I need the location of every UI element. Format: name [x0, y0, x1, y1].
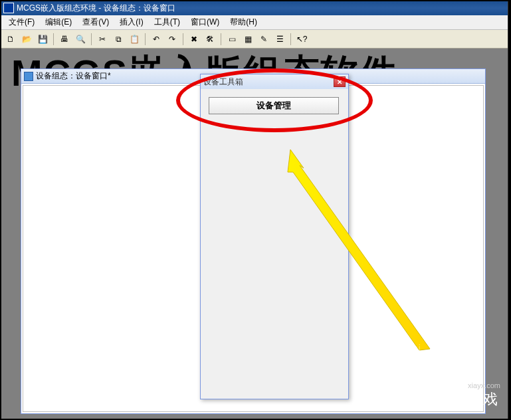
watermark-main2: 游戏 — [466, 389, 500, 409]
undo-icon[interactable]: ↶ — [149, 32, 163, 47]
main-window: MCGS嵌入版组态环境 - 设备组态：设备窗口 文件(F) 编辑(E) 查看(V… — [0, 0, 508, 420]
toolbar-separator — [145, 33, 146, 45]
toolbar-separator — [53, 33, 54, 45]
menu-edit[interactable]: 编辑(E) — [40, 15, 77, 29]
new-icon[interactable]: 🗋 — [3, 32, 18, 47]
copy-icon[interactable]: ⧉ — [111, 32, 126, 47]
tools-icon[interactable]: ✖ — [187, 32, 201, 47]
device-management-button[interactable]: 设备管理 — [209, 97, 339, 114]
watermark: Bai 经验 jingyan.baidu.com 侠 xiayx.com 游戏 — [435, 377, 500, 409]
props-icon[interactable]: ✎ — [256, 32, 271, 47]
child-window-title: 设备组态：设备窗口* — [36, 70, 111, 82]
toolbox-title: 设备工具箱 — [203, 76, 334, 88]
settings-icon[interactable]: 🛠 — [203, 32, 217, 47]
device-toolbox-window: 设备工具箱 ✕ 设备管理 — [200, 74, 349, 399]
menubar: 文件(F) 编辑(E) 查看(V) 插入(I) 工具(T) 窗口(W) 帮助(H… — [1, 15, 508, 30]
redo-icon[interactable]: ↷ — [165, 32, 179, 47]
grid-icon[interactable]: ▦ — [241, 32, 255, 47]
toolbox-titlebar[interactable]: 设备工具箱 ✕ — [201, 74, 348, 89]
cut-icon[interactable]: ✂ — [95, 32, 110, 47]
toolbar: 🗋📂💾🖶🔍✂⧉📋↶↷✖🛠▭▦✎☰↖? — [1, 30, 508, 49]
save-icon[interactable]: 💾 — [35, 32, 50, 47]
toolbox-content: 设备管理 — [201, 89, 348, 122]
child-window-icon — [24, 72, 33, 81]
print-icon[interactable]: 🖶 — [57, 32, 72, 47]
main-titlebar: MCGS嵌入版组态环境 - 设备组态：设备窗口 — [1, 1, 508, 15]
watermark-baidu: Bai 经验 — [405, 343, 421, 383]
print-preview-icon[interactable]: 🔍 — [73, 32, 88, 47]
toolbar-separator — [290, 33, 291, 45]
menu-tools[interactable]: 工具(T) — [149, 15, 185, 29]
menu-help[interactable]: 帮助(H) — [225, 15, 262, 29]
close-icon[interactable]: ✕ — [334, 76, 346, 87]
workspace: MCGS嵌入版组态软件 设备组态：设备窗口* 设备工具箱 ✕ 设备管理 — [1, 49, 508, 419]
list-icon[interactable]: ☰ — [272, 32, 287, 47]
menu-file[interactable]: 文件(F) — [3, 15, 40, 29]
toolbar-separator — [183, 33, 183, 45]
help-pointer-icon[interactable]: ↖? — [294, 32, 309, 47]
toolbar-separator — [221, 33, 221, 45]
toolbar-separator — [91, 33, 92, 45]
app-icon — [3, 3, 14, 13]
watermark-baidu-url: jingyan.baidu.com — [387, 386, 441, 393]
menu-insert[interactable]: 插入(I) — [114, 15, 148, 29]
window-title: MCGS嵌入版组态环境 - 设备组态：设备窗口 — [17, 3, 175, 14]
watermark-url: xiayx.com — [466, 381, 500, 389]
window-icon[interactable]: ▭ — [225, 32, 239, 47]
menu-window[interactable]: 窗口(W) — [185, 15, 225, 29]
paste-icon[interactable]: 📋 — [127, 32, 142, 47]
menu-view[interactable]: 查看(V) — [77, 15, 114, 29]
open-icon[interactable]: 📂 — [19, 32, 34, 47]
